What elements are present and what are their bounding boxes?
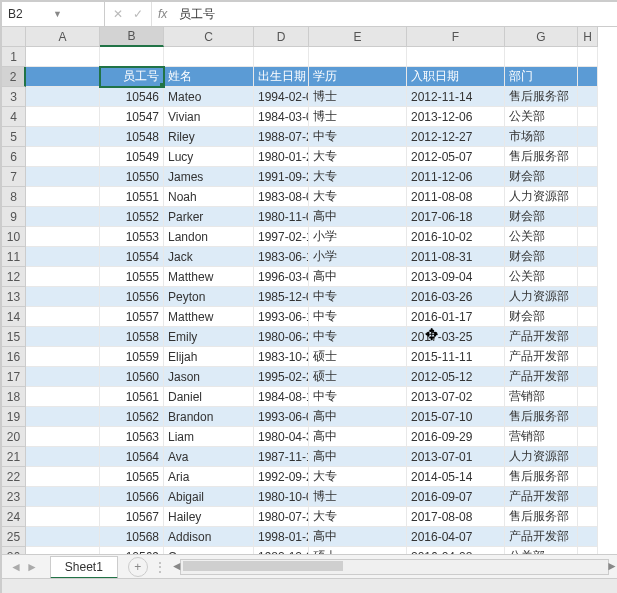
cell-C12[interactable]: Matthew <box>164 267 254 287</box>
row-header-1[interactable]: 1 <box>2 47 26 67</box>
cell-D18[interactable]: 1984-08-12 <box>254 387 309 407</box>
cell-E20[interactable]: 高中 <box>309 427 407 447</box>
cell-D14[interactable]: 1993-06-13 <box>254 307 309 327</box>
name-box[interactable]: B2 ▼ <box>2 2 105 26</box>
cell-B1[interactable] <box>100 47 164 67</box>
cell-F15[interactable]: 2017-03-25 <box>407 327 505 347</box>
spreadsheet-grid[interactable]: ABCDEFGH12员工号姓名出生日期学历入职日期部门310546Mateo19… <box>2 27 617 567</box>
cell-H5[interactable] <box>578 127 598 147</box>
cell-C24[interactable]: Hailey <box>164 507 254 527</box>
cell-A9[interactable] <box>26 207 100 227</box>
cell-B22[interactable]: 10565 <box>100 467 164 487</box>
cell-F1[interactable] <box>407 47 505 67</box>
cell-H6[interactable] <box>578 147 598 167</box>
cell-F11[interactable]: 2011-08-31 <box>407 247 505 267</box>
cell-B21[interactable]: 10564 <box>100 447 164 467</box>
cell-B2[interactable]: 员工号 <box>100 67 164 87</box>
cell-E7[interactable]: 大专 <box>309 167 407 187</box>
sheet-tab-active[interactable]: Sheet1 <box>50 556 118 579</box>
cell-D2[interactable]: 出生日期 <box>254 67 309 87</box>
cell-H10[interactable] <box>578 227 598 247</box>
cell-D16[interactable]: 1983-10-21 <box>254 347 309 367</box>
cell-C17[interactable]: Jason <box>164 367 254 387</box>
cell-H23[interactable] <box>578 487 598 507</box>
cell-A3[interactable] <box>26 87 100 107</box>
cell-D17[interactable]: 1995-02-23 <box>254 367 309 387</box>
cell-F10[interactable]: 2016-10-02 <box>407 227 505 247</box>
cell-A18[interactable] <box>26 387 100 407</box>
cell-H4[interactable] <box>578 107 598 127</box>
cell-B5[interactable]: 10548 <box>100 127 164 147</box>
cell-D4[interactable]: 1984-03-02 <box>254 107 309 127</box>
cell-E14[interactable]: 中专 <box>309 307 407 327</box>
cell-F24[interactable]: 2017-08-08 <box>407 507 505 527</box>
cell-F2[interactable]: 入职日期 <box>407 67 505 87</box>
add-sheet-button[interactable]: + <box>128 557 148 577</box>
cell-A12[interactable] <box>26 267 100 287</box>
cell-D5[interactable]: 1988-07-22 <box>254 127 309 147</box>
row-header-13[interactable]: 13 <box>2 287 26 307</box>
cell-G8[interactable]: 人力资源部 <box>505 187 578 207</box>
cell-F4[interactable]: 2013-12-06 <box>407 107 505 127</box>
cell-E15[interactable]: 中专 <box>309 327 407 347</box>
cell-H8[interactable] <box>578 187 598 207</box>
sheet-nav[interactable]: ◄ ► <box>2 560 46 574</box>
cell-G10[interactable]: 公关部 <box>505 227 578 247</box>
cell-H13[interactable] <box>578 287 598 307</box>
cell-E16[interactable]: 硕士 <box>309 347 407 367</box>
horizontal-scrollbar[interactable]: ◄ ► <box>180 559 609 575</box>
cell-B6[interactable]: 10549 <box>100 147 164 167</box>
row-header-12[interactable]: 12 <box>2 267 26 287</box>
cell-F22[interactable]: 2014-05-14 <box>407 467 505 487</box>
row-header-22[interactable]: 22 <box>2 467 26 487</box>
cell-A2[interactable] <box>26 67 100 87</box>
row-header-16[interactable]: 16 <box>2 347 26 367</box>
cell-H20[interactable] <box>578 427 598 447</box>
cell-B19[interactable]: 10562 <box>100 407 164 427</box>
cell-G20[interactable]: 营销部 <box>505 427 578 447</box>
cell-A21[interactable] <box>26 447 100 467</box>
cell-A19[interactable] <box>26 407 100 427</box>
cell-G24[interactable]: 售后服务部 <box>505 507 578 527</box>
cell-C2[interactable]: 姓名 <box>164 67 254 87</box>
cell-C18[interactable]: Daniel <box>164 387 254 407</box>
cell-B23[interactable]: 10566 <box>100 487 164 507</box>
cell-A17[interactable] <box>26 367 100 387</box>
cell-D9[interactable]: 1980-11-07 <box>254 207 309 227</box>
cell-A14[interactable] <box>26 307 100 327</box>
cell-E11[interactable]: 小学 <box>309 247 407 267</box>
cell-H1[interactable] <box>578 47 598 67</box>
cell-C20[interactable]: Liam <box>164 427 254 447</box>
row-header-15[interactable]: 15 <box>2 327 26 347</box>
cell-G17[interactable]: 产品开发部 <box>505 367 578 387</box>
name-box-dropdown-icon[interactable]: ▼ <box>53 9 98 19</box>
cell-C25[interactable]: Addison <box>164 527 254 547</box>
cell-A16[interactable] <box>26 347 100 367</box>
cell-C10[interactable]: Landon <box>164 227 254 247</box>
cell-H21[interactable] <box>578 447 598 467</box>
cell-F6[interactable]: 2012-05-07 <box>407 147 505 167</box>
cell-C13[interactable]: Peyton <box>164 287 254 307</box>
cell-F5[interactable]: 2012-12-27 <box>407 127 505 147</box>
cell-F3[interactable]: 2012-11-14 <box>407 87 505 107</box>
col-header-C[interactable]: C <box>164 27 254 47</box>
cell-B13[interactable]: 10556 <box>100 287 164 307</box>
cell-D7[interactable]: 1991-09-29 <box>254 167 309 187</box>
cell-F12[interactable]: 2013-09-04 <box>407 267 505 287</box>
select-all-corner[interactable] <box>2 27 26 47</box>
cell-E17[interactable]: 硕士 <box>309 367 407 387</box>
cell-E2[interactable]: 学历 <box>309 67 407 87</box>
cell-A22[interactable] <box>26 467 100 487</box>
cell-G18[interactable]: 营销部 <box>505 387 578 407</box>
cell-D13[interactable]: 1985-12-09 <box>254 287 309 307</box>
cell-G23[interactable]: 产品开发部 <box>505 487 578 507</box>
cell-D23[interactable]: 1980-10-09 <box>254 487 309 507</box>
row-header-10[interactable]: 10 <box>2 227 26 247</box>
cell-D22[interactable]: 1992-09-20 <box>254 467 309 487</box>
row-header-14[interactable]: 14 <box>2 307 26 327</box>
cell-H24[interactable] <box>578 507 598 527</box>
cell-A8[interactable] <box>26 187 100 207</box>
cell-F25[interactable]: 2016-04-07 <box>407 527 505 547</box>
cell-E1[interactable] <box>309 47 407 67</box>
cell-B20[interactable]: 10563 <box>100 427 164 447</box>
